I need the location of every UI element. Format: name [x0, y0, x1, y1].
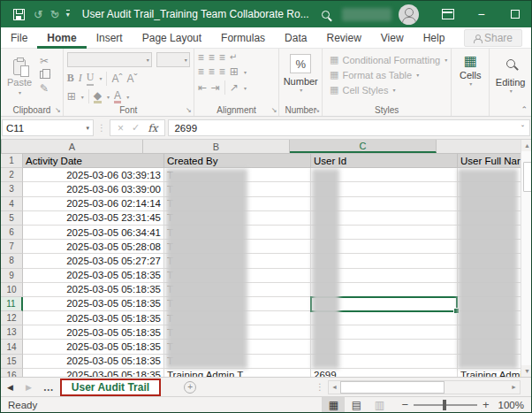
- decrease-font-size-button[interactable]: Aˇ: [126, 73, 137, 84]
- tab-insert[interactable]: Insert: [87, 27, 133, 49]
- maximize-button[interactable]: [498, 1, 532, 27]
- scroll-down-icon[interactable]: ▼: [521, 365, 532, 377]
- cell[interactable]: User Full Nar: [458, 154, 521, 168]
- borders-button[interactable]: ⊞: [67, 91, 76, 102]
- format-painter-icon[interactable]: ✎: [40, 83, 50, 94]
- editing-button[interactable]: Editing ▾: [493, 52, 528, 94]
- account-avatar[interactable]: [399, 4, 419, 25]
- cell[interactable]: Training Admin T: [164, 369, 311, 377]
- tab-page-layout[interactable]: Page Layout: [133, 27, 211, 49]
- cell[interactable]: 2025-03-05 05:18:35: [23, 369, 164, 377]
- orientation-icon[interactable]: ↗: [230, 82, 239, 93]
- undo-button[interactable]: ↺ ▾: [34, 9, 41, 20]
- paste-button[interactable]: Paste ▾: [4, 52, 34, 102]
- cell[interactable]: Created By: [164, 154, 311, 168]
- row-header[interactable]: 6: [1, 226, 23, 240]
- cell[interactable]: 2025-03-05 05:18:35: [23, 283, 164, 297]
- cell-styles-button[interactable]: ▦ Cell Styles ▾: [330, 82, 447, 97]
- horizontal-scroll-thumb[interactable]: [340, 381, 445, 394]
- wrap-text-icon[interactable]: ↵: [230, 53, 237, 62]
- tab-formulas[interactable]: Formulas: [211, 27, 275, 49]
- scroll-left-icon[interactable]: ◄: [329, 384, 340, 390]
- active-sheet-tab[interactable]: User Audit Trail: [60, 379, 161, 396]
- cell[interactable]: 2025-03-05 05:18:35: [23, 340, 164, 354]
- top-align-icon[interactable]: ≡: [198, 52, 204, 63]
- cells-button[interactable]: ▦ Cells ▾: [455, 52, 485, 87]
- enter-icon[interactable]: ✓: [132, 122, 140, 134]
- tab-help[interactable]: Help: [414, 27, 455, 49]
- ribbon-display-options-icon[interactable]: [442, 9, 454, 19]
- horizontal-scrollbar[interactable]: ◄ ►: [328, 380, 521, 394]
- expand-formula-bar-icon[interactable]: ˇ: [521, 124, 524, 133]
- row-header[interactable]: 16: [1, 369, 23, 377]
- zoom-in-icon[interactable]: +: [483, 398, 490, 411]
- row-header[interactable]: 15: [1, 355, 23, 369]
- align-right-icon[interactable]: ≡: [219, 66, 225, 77]
- zoom-level[interactable]: 100%: [498, 400, 524, 410]
- insert-function-icon[interactable]: fx: [148, 122, 157, 134]
- zoom-slider-thumb[interactable]: [443, 400, 446, 410]
- name-box[interactable]: C11 ▾: [2, 119, 94, 136]
- search-button[interactable]: [309, 6, 342, 22]
- increase-indent-icon[interactable]: ⇥: [211, 82, 220, 93]
- column-header-A[interactable]: A: [2, 140, 143, 153]
- more-sheets-ellipsis[interactable]: …: [38, 381, 60, 394]
- underline-button[interactable]: U: [87, 71, 95, 86]
- middle-align-icon[interactable]: ≡: [209, 52, 215, 63]
- vertical-scrollbar[interactable]: ▲ ▼: [521, 140, 532, 377]
- cut-icon[interactable]: ✂: [40, 56, 50, 66]
- cell[interactable]: 2025-03-05 06:34:41: [23, 226, 164, 240]
- row-header[interactable]: 4: [1, 197, 23, 211]
- bottom-align-icon[interactable]: ≡: [219, 52, 225, 63]
- tab-view[interactable]: View: [371, 27, 414, 49]
- row-header[interactable]: 7: [1, 240, 23, 254]
- center-icon[interactable]: ≡: [209, 66, 215, 77]
- vertical-scroll-thumb[interactable]: [523, 162, 532, 192]
- font-color-button[interactable]: A: [114, 90, 121, 103]
- customize-qat-icon[interactable]: ▾: [66, 10, 70, 19]
- decrease-indent-icon[interactable]: ⇤: [198, 82, 207, 93]
- dialog-launcher-icon[interactable]: ↘: [55, 107, 61, 114]
- increase-font-size-button[interactable]: Aˆ: [111, 73, 122, 84]
- column-header-B[interactable]: B: [143, 140, 290, 153]
- row-header[interactable]: 11: [1, 297, 23, 311]
- italic-button[interactable]: I: [79, 72, 82, 85]
- font-size-combo[interactable]: ▾: [156, 52, 190, 67]
- dialog-launcher-icon[interactable]: ↘: [314, 107, 320, 114]
- fill-color-button[interactable]: ◆: [94, 90, 102, 103]
- page-layout-view-icon[interactable]: ▤: [345, 397, 368, 413]
- cell[interactable]: 2025-03-06 03:39:00: [23, 182, 164, 196]
- formula-input[interactable]: 2699 ˇ: [168, 119, 530, 136]
- tab-data[interactable]: Data: [275, 27, 316, 49]
- cell[interactable]: 2025-03-05 05:18:35: [23, 297, 164, 311]
- normal-view-icon[interactable]: ▦: [322, 397, 345, 413]
- share-button[interactable]: Share: [464, 29, 522, 47]
- previous-sheet-icon[interactable]: ◀: [1, 383, 19, 392]
- cell[interactable]: 2025-03-05 23:31:45: [23, 211, 164, 226]
- row-header[interactable]: 3: [1, 182, 23, 196]
- row-header[interactable]: 12: [1, 311, 23, 325]
- tab-home[interactable]: Home: [37, 27, 86, 49]
- copy-button[interactable]: ▾: [40, 71, 50, 79]
- minimize-button[interactable]: −: [465, 1, 498, 27]
- cell[interactable]: User Id: [311, 154, 458, 168]
- cell[interactable]: 2025-03-06 02:14:14: [23, 197, 164, 211]
- zoom-out-icon[interactable]: −: [401, 398, 408, 411]
- align-left-icon[interactable]: ≡: [198, 66, 204, 77]
- select-all-button[interactable]: [1, 140, 2, 153]
- column-header-C[interactable]: C: [290, 140, 437, 153]
- conditional-formatting-button[interactable]: ▦ Conditional Formatting ▾: [330, 52, 447, 67]
- row-header[interactable]: 5: [1, 211, 23, 226]
- tab-review[interactable]: Review: [316, 27, 370, 49]
- font-name-combo[interactable]: ▾: [67, 52, 152, 67]
- format-as-table-button[interactable]: ▦ Format as Table ▾: [330, 67, 447, 82]
- save-icon[interactable]: [13, 9, 25, 20]
- cell[interactable]: 2025-03-05 05:27:27: [23, 254, 164, 268]
- cell[interactable]: 2025-03-05 05:28:08: [23, 240, 164, 254]
- row-header[interactable]: 10: [1, 283, 23, 297]
- row-header[interactable]: 1: [1, 154, 23, 168]
- scroll-right-icon[interactable]: ►: [508, 384, 520, 390]
- scroll-up-icon[interactable]: ▲: [521, 140, 532, 151]
- collapse-ribbon-icon[interactable]: ⌃: [521, 105, 528, 114]
- dialog-launcher-icon[interactable]: ↘: [271, 107, 277, 114]
